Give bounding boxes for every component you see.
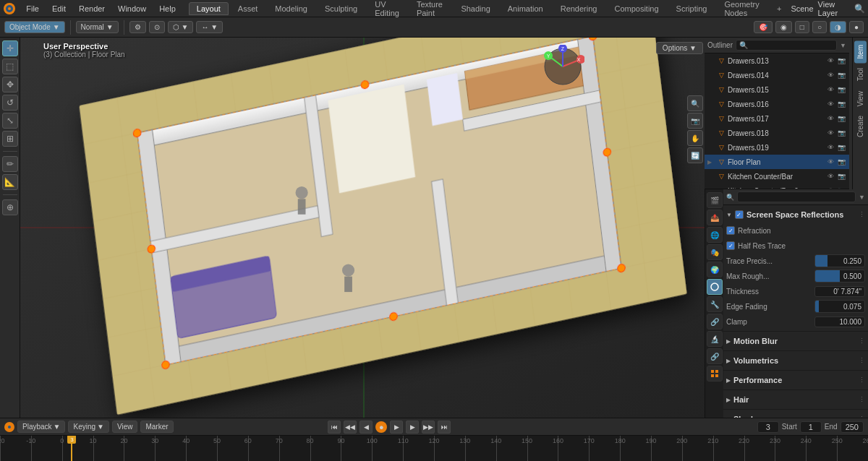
render-props-search-input[interactable]	[737, 191, 856, 202]
cursor-tool[interactable]: ✛	[2, 40, 18, 56]
ssr-enabled-checkbox[interactable]: ✓	[735, 210, 744, 219]
modifier-icon-tab[interactable]: 🔧	[707, 296, 723, 312]
outliner-filter-icon[interactable]: ▼	[840, 42, 846, 49]
jump-start-btn[interactable]: ⏮	[328, 421, 341, 434]
constraints-icon-tab[interactable]: 🔗	[707, 348, 723, 364]
outliner-row[interactable]: ▽ Drawers.019 👁 📷	[705, 140, 849, 155]
snap-btn[interactable]: ⚙	[129, 21, 146, 33]
visibility-icon[interactable]: 👁	[825, 128, 835, 138]
visibility-icon[interactable]: 👁	[825, 56, 835, 66]
visibility-icon[interactable]: 👁	[825, 171, 835, 181]
select-tool[interactable]: ⬚	[2, 59, 18, 74]
keying-menu[interactable]: Keying ▼	[68, 421, 109, 433]
tab-geometry-nodes[interactable]: Geometry Nodes	[716, 0, 767, 20]
outliner-row[interactable]: ▽ Kitchen Counter/Bar.0 👁 📷	[705, 184, 849, 189]
particles-icon-tab[interactable]: 🔗	[707, 314, 723, 329]
scene-icon-tab[interactable]: 🎭	[707, 244, 723, 260]
prev-keyframe-btn[interactable]: ◀◀	[344, 421, 357, 434]
prev-frame-btn[interactable]: ◀	[359, 421, 373, 434]
zoom-in-btn[interactable]: 🔍	[687, 95, 703, 111]
playback-menu[interactable]: Playback ▼	[17, 421, 65, 433]
visibility-icon[interactable]: 👁	[825, 85, 835, 95]
viewport-shading-material-btn[interactable]: ◑	[830, 21, 846, 33]
render-visibility-icon[interactable]: 📷	[836, 157, 846, 167]
shadows-header[interactable]: ▶ Shadows ⋮	[726, 411, 865, 418]
volumetrics-header[interactable]: ▶ Volumetrics ⋮	[726, 353, 865, 369]
visibility-icon[interactable]: 👁	[825, 157, 835, 167]
refraction-checkbox[interactable]: ✓	[726, 226, 735, 235]
outliner-row[interactable]: ▶ ▽ Floor Plan 👁 📷	[705, 155, 849, 169]
render-visibility-icon[interactable]: 📷	[836, 56, 846, 66]
viewport-shading-rendered-btn[interactable]: ●	[849, 21, 864, 33]
annotate-tool[interactable]: ✏	[2, 156, 18, 172]
play-btn[interactable]: ▶	[390, 421, 403, 434]
menu-window[interactable]: Window	[112, 3, 152, 14]
menu-edit[interactable]: Edit	[46, 3, 72, 14]
viewport-shading-wire-btn[interactable]: □	[795, 21, 809, 33]
tab-scripting[interactable]: Scripting	[668, 2, 715, 15]
timeline-playhead[interactable]: 3	[71, 436, 72, 461]
transform-tool[interactable]: ⊞	[2, 131, 18, 147]
search-icon[interactable]: 🔍	[854, 4, 865, 14]
visibility-icon[interactable]: 👁	[825, 113, 835, 124]
proportional-edit-btn[interactable]: ⊙	[149, 21, 165, 33]
menu-render[interactable]: Render	[73, 3, 111, 14]
outliner-row[interactable]: ▽ Drawers.014 👁 📷	[705, 68, 849, 82]
outliner-row[interactable]: ▽ Drawers.015 👁 📷	[705, 82, 849, 97]
measure-tool[interactable]: 📐	[2, 174, 18, 190]
outliner-row[interactable]: ▽ Drawers.018 👁 📷	[705, 126, 849, 140]
rotate-tool[interactable]: ↺	[2, 95, 18, 111]
current-frame-display[interactable]: 3	[757, 421, 779, 433]
tab-rendering[interactable]: Rendering	[553, 2, 605, 15]
orbit-btn[interactable]: 🔄	[687, 147, 703, 163]
render-visibility-icon[interactable]: 📷	[836, 171, 846, 181]
data-icon-tab[interactable]	[707, 366, 723, 382]
tab-modeling[interactable]: Modeling	[267, 2, 315, 15]
viewport-shading-solid-btn[interactable]: ○	[812, 21, 827, 33]
visibility-icon[interactable]: 👁	[825, 99, 835, 109]
render-visibility-icon[interactable]: 📷	[836, 85, 846, 95]
render-visibility-icon[interactable]: 📷	[836, 142, 846, 152]
half-res-trace-checkbox[interactable]: ✓	[726, 241, 735, 250]
thickness-value[interactable]: 0' 7.874"	[814, 286, 865, 297]
visibility-icon[interactable]: 👁	[825, 70, 835, 80]
start-frame-value[interactable]: 1	[800, 421, 822, 433]
navigation-gizmo[interactable]: X Y Z	[541, 45, 584, 88]
view-menu[interactable]: View	[112, 421, 138, 433]
blender-logo-icon[interactable]	[3, 1, 16, 16]
add-object-tool[interactable]: ⊕	[2, 199, 18, 215]
tab-add-workspace[interactable]: +	[769, 2, 789, 15]
tab-compositing[interactable]: Compositing	[606, 2, 666, 15]
jump-end-btn[interactable]: ⏭	[438, 421, 451, 434]
end-frame-value[interactable]: 250	[841, 421, 864, 433]
menu-help[interactable]: Help	[153, 3, 182, 14]
marker-menu[interactable]: Marker	[140, 421, 173, 433]
output-icon-tab[interactable]: 📤	[707, 210, 723, 225]
outliner-row[interactable]: ▽ Drawers.016 👁 📷	[705, 97, 849, 111]
scale-tool[interactable]: ⤡	[2, 113, 18, 129]
tab-asset[interactable]: Asset	[230, 2, 266, 15]
transform-orientation-btn[interactable]: ↔ ▼	[196, 21, 223, 33]
trace-precision-value[interactable]: 0.250	[814, 254, 865, 267]
camera-icon[interactable]: 📷	[687, 113, 703, 129]
outliner-row[interactable]: ▽ Drawers.013 👁 📷	[705, 53, 849, 68]
render-visibility-icon[interactable]: 📷	[836, 70, 846, 80]
menu-file[interactable]: File	[20, 3, 45, 14]
timeline-track[interactable]: -20-100102030405060708090100110120130140…	[0, 436, 868, 461]
tab-sculpting[interactable]: Sculpting	[317, 2, 365, 15]
render-props-filter-icon[interactable]: ▼	[859, 194, 865, 201]
physics-icon-tab[interactable]: 🔬	[707, 331, 723, 347]
object-mode-btn[interactable]: Object Mode ▼	[4, 21, 65, 33]
viewport-shading-normal[interactable]: Normal ▼	[76, 21, 119, 33]
outliner-row[interactable]: ▽ Drawers.017 👁 📷	[705, 111, 849, 126]
viewport-overlays-btn[interactable]: ◉	[775, 21, 792, 33]
world-icon-tab[interactable]: 🌍	[707, 262, 723, 277]
visibility-icon[interactable]: 👁	[825, 142, 835, 152]
performance-header[interactable]: ▶ Performance ⋮	[726, 372, 865, 388]
tab-shading[interactable]: Shading	[453, 2, 498, 15]
outliner-search-input[interactable]	[736, 40, 837, 51]
clamp-value[interactable]: 10.000	[814, 316, 865, 327]
motion-blur-header[interactable]: ▶ Motion Blur ⋮	[726, 333, 865, 349]
next-frame-btn[interactable]: ▶	[406, 421, 419, 434]
tab-texture-paint[interactable]: Texture Paint	[409, 0, 452, 20]
